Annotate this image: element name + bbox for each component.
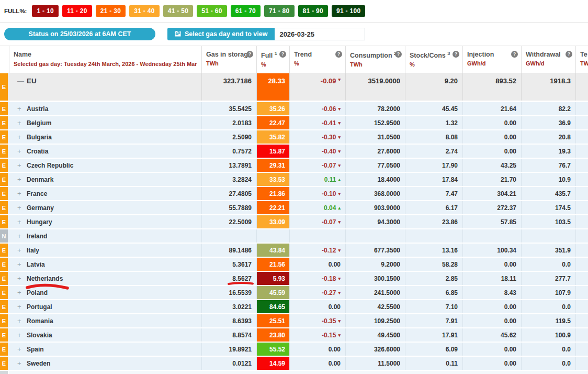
table-row-france[interactable]: E+France27.480521.86-0.10▾368.00007.4730… — [0, 187, 588, 201]
technical-cell-truncated — [575, 258, 588, 271]
expand-icon[interactable]: + — [17, 289, 24, 296]
full-percent-cell: 22.47 — [256, 116, 289, 129]
table-row-belgium[interactable]: E+Belgium2.018322.47-0.41▾152.95001.320.… — [0, 116, 588, 130]
expand-icon[interactable]: + — [17, 359, 24, 367]
expand-icon[interactable]: + — [17, 161, 24, 169]
trend-cell: -0.27▾ — [289, 286, 345, 299]
injection-cell: 0.00 — [462, 130, 521, 144]
expand-icon[interactable]: + — [17, 133, 24, 141]
gas-in-storage-cell: 8.5627 — [201, 272, 256, 285]
technical-cell-truncated — [575, 272, 588, 285]
expand-icon[interactable]: + — [17, 119, 24, 127]
injection-cell: 272.37 — [462, 201, 521, 214]
table-row-germany[interactable]: E+Germany55.788922.210.04▴903.90006.1727… — [0, 201, 588, 215]
technical-cell-truncated — [575, 159, 588, 172]
expand-icon[interactable]: + — [17, 260, 24, 268]
full-percent-cell: 55.52 — [256, 343, 289, 356]
table-row-ireland[interactable]: N+Ireland — [0, 229, 588, 244]
gas-in-storage-cell: 55.7889 — [201, 201, 256, 214]
expand-icon[interactable]: + — [17, 105, 24, 113]
trend-down-icon: ▾ — [338, 106, 341, 112]
expand-icon[interactable]: + — [17, 274, 24, 282]
table-row-spain[interactable]: E+Spain19.892155.520.00326.60006.090.000… — [0, 343, 588, 357]
table-row-latvia[interactable]: E+Latvia5.361721.560.009.200058.280.000.… — [0, 258, 588, 272]
name-cell: +Italy — [9, 244, 201, 257]
trend-down-icon: ▾ — [338, 290, 341, 295]
table-row-sweden[interactable]: E+Sweden0.012114.590.0011.50000.110.000.… — [0, 357, 588, 371]
consumption-cell: 31.0500 — [345, 130, 405, 144]
trend-cell: 0.00 — [289, 258, 345, 271]
expand-icon[interactable]: + — [17, 246, 24, 254]
stock-cons-cell: 7.47 — [405, 187, 462, 200]
header-withdrawal: Withdrawal GWh/d ? — [521, 46, 575, 73]
expand-icon[interactable]: + — [17, 331, 24, 339]
header-consumption: Consumption 2 TWh ? — [345, 46, 405, 73]
technical-cell-truncated — [575, 314, 588, 327]
table-row-netherlands[interactable]: E+Netherlands8.56275.93-0.18▾300.15002.8… — [0, 272, 588, 286]
expand-icon[interactable]: + — [17, 175, 24, 183]
expand-icon[interactable]: + — [17, 147, 24, 155]
table-row-croatia[interactable]: E+Croatia0.757215.87-0.40▾27.60002.740.0… — [0, 145, 588, 159]
trend-cell: -0.30▾ — [289, 130, 345, 144]
table-row-eu[interactable]: E—EU323.718628.33-0.09▾3519.00009.20893.… — [0, 73, 588, 102]
table-row-poland[interactable]: E+Poland16.553945.59-0.27▾241.50006.858.… — [0, 286, 588, 300]
status-badge: E — [0, 357, 8, 370]
table-row-slovakia[interactable]: E+Slovakia8.857423.80-0.15▾49.450017.914… — [0, 328, 588, 343]
status-badge: E — [0, 215, 8, 228]
technical-cell-truncated — [575, 244, 588, 257]
table-row-portugal[interactable]: E+Portugal3.022184.650.0042.55007.100.00… — [0, 300, 588, 314]
help-icon[interactable]: ? — [511, 51, 518, 58]
help-icon[interactable]: ? — [395, 51, 402, 58]
technical-cell-truncated — [575, 187, 588, 200]
help-icon[interactable]: ? — [566, 51, 572, 58]
header-gas-in-storage: Gas in storage TWh ? — [201, 46, 256, 73]
consumption-cell: 42.5500 — [345, 300, 405, 313]
select-gas-day-button[interactable]: Select gas day end to view — [167, 28, 275, 40]
expand-icon[interactable]: + — [17, 345, 24, 353]
table-row-bulgaria[interactable]: E+Bulgaria2.509035.82-0.30▾31.05008.080.… — [0, 130, 588, 145]
expand-icon[interactable]: + — [17, 317, 24, 325]
country-name: Portugal — [27, 303, 52, 311]
table-row-czech-republic[interactable]: E+Czech Republic13.789129.31-0.07▾77.050… — [0, 159, 588, 173]
trend-cell: -0.40▾ — [289, 145, 345, 158]
expand-icon[interactable]: + — [17, 190, 24, 197]
withdrawal-cell: 0.0 — [521, 343, 575, 356]
full-percent-cell: 33.53 — [256, 173, 289, 186]
collapse-icon[interactable]: — — [17, 77, 24, 85]
expand-icon[interactable]: + — [17, 218, 24, 226]
injection-cell: 0.00 — [462, 116, 521, 129]
table-row-denmark[interactable]: E+Denmark3.282433.530.11▴18.400017.8421.… — [0, 173, 588, 187]
expand-icon[interactable]: + — [17, 232, 24, 240]
withdrawal-cell: 20.8 — [521, 130, 575, 144]
name-cell: +France — [9, 187, 201, 200]
table-row-italy[interactable]: E+Italy89.148643.84-0.12▾677.350013.1610… — [0, 244, 588, 258]
gas-in-storage-cell: 22.5009 — [201, 215, 256, 228]
help-icon[interactable]: ? — [335, 51, 342, 58]
help-icon[interactable]: ? — [453, 51, 459, 58]
table-row-romania[interactable]: E+Romania8.639325.51-0.35▾109.25007.910.… — [0, 314, 588, 328]
technical-cell-truncated — [575, 116, 588, 129]
help-icon[interactable]: ? — [246, 51, 253, 58]
expand-icon[interactable]: + — [17, 303, 24, 311]
full-percent-cell: 21.56 — [256, 258, 289, 271]
table-row-hungary[interactable]: E+Hungary22.500933.09-0.07▾94.300023.865… — [0, 215, 588, 229]
name-cell: +Netherlands — [9, 272, 201, 285]
stock-cons-cell: 0.11 — [405, 357, 462, 370]
gas-day-date-input[interactable] — [275, 28, 365, 40]
help-icon[interactable]: ? — [279, 51, 286, 58]
withdrawal-cell: 107.9 — [521, 286, 575, 299]
technical-cell-truncated — [575, 130, 588, 144]
table-row-austria[interactable]: E+Austria35.542535.26-0.06▾78.200045.452… — [0, 102, 588, 116]
consumption-cell: 77.0500 — [345, 159, 405, 172]
expand-icon[interactable]: + — [17, 204, 24, 212]
trend-cell: -0.41▾ — [289, 116, 345, 129]
legend-chip: 1 - 10 — [32, 5, 59, 17]
gas-in-storage-cell: 8.6393 — [201, 314, 256, 327]
stock-cons-cell: 17.90 — [405, 159, 462, 172]
legend-chip: 11 - 20 — [62, 5, 92, 17]
stock-cons-cell: 23.86 — [405, 215, 462, 228]
withdrawal-cell: 100.9 — [521, 328, 575, 342]
consumption-cell: 27.6000 — [345, 145, 405, 158]
injection-cell: 21.70 — [462, 173, 521, 186]
legend-chip: 81 - 90 — [298, 5, 328, 17]
